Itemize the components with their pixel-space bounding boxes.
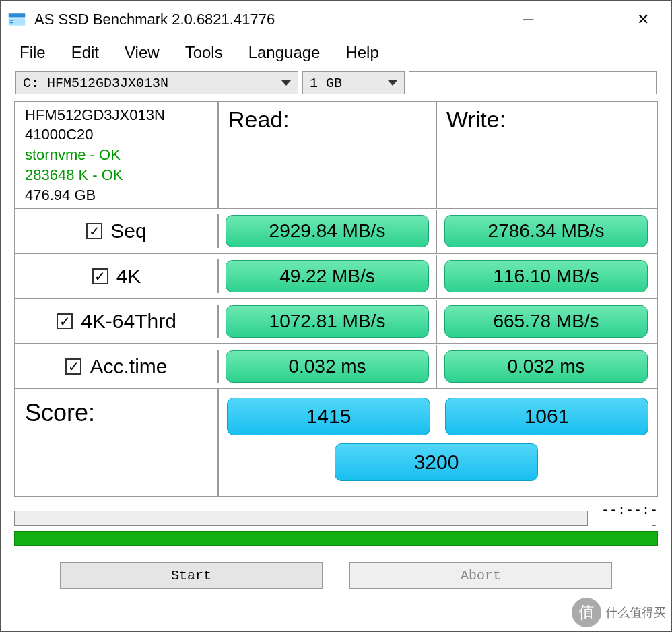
header-write: Write:	[437, 102, 655, 208]
svg-rect-2	[10, 20, 13, 21]
chevron-down-icon	[388, 80, 397, 86]
watermark-text: 什么值得买	[605, 604, 666, 621]
abort-button[interactable]: Abort	[349, 562, 612, 589]
device-firmware: 41000C20	[25, 125, 208, 145]
results-grid: HFM512GD3JX013N 41000C20 stornvme - OK 2…	[14, 101, 658, 497]
drive-select-value: C: HFM512GD3JX013N	[23, 75, 168, 91]
filter-input[interactable]	[409, 71, 657, 94]
menu-view[interactable]: View	[125, 43, 160, 62]
score-read-value: 1415	[227, 398, 430, 435]
menu-language[interactable]: Language	[248, 43, 321, 62]
header-read: Read:	[219, 102, 437, 208]
4k-label: 4K	[116, 265, 141, 288]
close-button[interactable]: ✕	[614, 1, 671, 38]
watermark: 值 什么值得买	[572, 598, 666, 627]
start-button[interactable]: Start	[60, 562, 323, 589]
drive-select[interactable]: C: HFM512GD3JX013N	[15, 71, 298, 94]
device-info: HFM512GD3JX013N 41000C20 stornvme - OK 2…	[15, 102, 219, 208]
svg-rect-0	[9, 13, 26, 17]
menu-file[interactable]: File	[20, 43, 46, 62]
score-label: Score:	[15, 389, 219, 496]
progress-bar	[14, 511, 588, 526]
maximize-button[interactable]	[557, 1, 614, 38]
status-bar	[14, 531, 658, 546]
4k64-read-value: 1072.81 MB/s	[226, 305, 429, 338]
device-driver-status: stornvme - OK	[25, 145, 208, 165]
acc-read-value: 0.032 ms	[226, 350, 429, 383]
4k64-label: 4K-64Thrd	[81, 310, 176, 333]
acc-label: Acc.time	[90, 355, 167, 378]
seq-checkbox[interactable]: ✓	[86, 223, 102, 239]
window-title: AS SSD Benchmark 2.0.6821.41776	[34, 11, 275, 28]
acc-checkbox[interactable]: ✓	[65, 358, 81, 375]
4k64-checkbox[interactable]: ✓	[57, 313, 73, 329]
menu-edit[interactable]: Edit	[71, 43, 99, 62]
score-total-value: 3200	[335, 443, 538, 481]
seq-write-value: 2786.34 MB/s	[444, 215, 648, 247]
device-capacity: 476.94 GB	[25, 185, 208, 206]
app-icon	[7, 10, 26, 29]
menu-help[interactable]: Help	[345, 43, 378, 62]
4k-read-value: 49.22 MB/s	[226, 260, 429, 292]
device-alignment-status: 283648 K - OK	[25, 165, 208, 185]
svg-rect-3	[10, 22, 13, 23]
score-write-value: 1061	[445, 398, 648, 435]
device-model: HFM512GD3JX013N	[25, 105, 208, 125]
menu-tools[interactable]: Tools	[185, 43, 223, 62]
4k-write-value: 116.10 MB/s	[444, 260, 648, 292]
chevron-down-icon	[281, 80, 291, 86]
titlebar: AS SSD Benchmark 2.0.6821.41776 ─ ✕	[1, 1, 671, 38]
4k64-write-value: 665.78 MB/s	[444, 305, 648, 338]
seq-label: Seq	[110, 220, 146, 243]
acc-write-value: 0.032 ms	[444, 350, 648, 383]
seq-read-value: 2929.84 MB/s	[226, 215, 429, 247]
watermark-icon: 值	[572, 598, 601, 627]
minimize-button[interactable]: ─	[500, 1, 557, 38]
size-select-value: 1 GB	[310, 75, 342, 91]
size-select[interactable]: 1 GB	[302, 71, 405, 94]
selector-row: C: HFM512GD3JX013N 1 GB	[1, 67, 671, 101]
4k-checkbox[interactable]: ✓	[92, 268, 108, 284]
elapsed-time: --:--:--	[597, 503, 658, 534]
menubar: File Edit View Tools Language Help	[1, 38, 671, 67]
